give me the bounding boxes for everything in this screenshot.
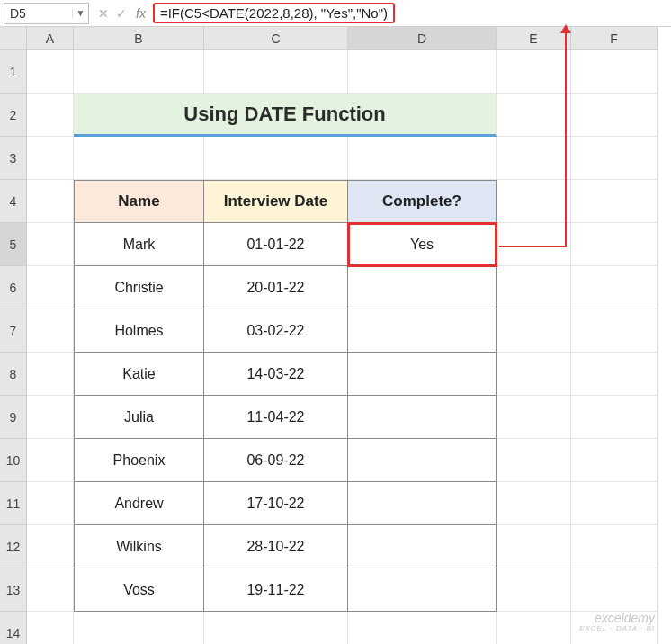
- cell-C5[interactable]: 01-01-22: [204, 223, 348, 266]
- cell-A2[interactable]: [27, 94, 74, 137]
- cell-D14[interactable]: [348, 612, 497, 644]
- col-header-B[interactable]: B: [74, 27, 204, 50]
- cell-D1[interactable]: [348, 50, 497, 94]
- cell-C9[interactable]: 11-04-22: [204, 396, 348, 439]
- cell-C1[interactable]: [204, 50, 348, 94]
- select-all-corner[interactable]: [0, 27, 27, 50]
- row-header-13[interactable]: 13: [0, 568, 27, 612]
- cell-D7[interactable]: [348, 309, 497, 353]
- row-header-4[interactable]: 4: [0, 180, 27, 223]
- cell-F13[interactable]: [571, 568, 658, 612]
- title-cell[interactable]: Using DATE Function: [74, 94, 497, 137]
- cell-B12[interactable]: Wilkins: [74, 525, 204, 568]
- cell-B13[interactable]: Voss: [74, 568, 204, 612]
- cell-A7[interactable]: [27, 309, 74, 353]
- cell-F1[interactable]: [571, 50, 658, 94]
- row-header-10[interactable]: 10: [0, 439, 27, 482]
- cell-E1[interactable]: [497, 50, 571, 94]
- col-header-F[interactable]: F: [571, 27, 658, 50]
- cell-B9[interactable]: Julia: [74, 396, 204, 439]
- cell-E11[interactable]: [497, 482, 571, 525]
- cell-D8[interactable]: [348, 353, 497, 396]
- cell-E5[interactable]: [497, 223, 571, 266]
- cell-B3[interactable]: [74, 137, 204, 180]
- table-header-name[interactable]: Name: [74, 180, 204, 223]
- cell-B10[interactable]: Phoenix: [74, 439, 204, 482]
- row-header-3[interactable]: 3: [0, 137, 27, 180]
- cell-D3[interactable]: [348, 137, 497, 180]
- table-header-date[interactable]: Interview Date: [204, 180, 348, 223]
- cell-C12[interactable]: 28-10-22: [204, 525, 348, 568]
- cell-F12[interactable]: [571, 525, 658, 568]
- cell-F11[interactable]: [571, 482, 658, 525]
- cell-D6[interactable]: [348, 266, 497, 309]
- row-header-1[interactable]: 1: [0, 50, 27, 94]
- cell-D11[interactable]: [348, 482, 497, 525]
- cell-A13[interactable]: [27, 568, 74, 612]
- cell-D10[interactable]: [348, 439, 497, 482]
- cell-E8[interactable]: [497, 353, 571, 396]
- cell-A10[interactable]: [27, 439, 74, 482]
- cell-C6[interactable]: 20-01-22: [204, 266, 348, 309]
- cell-B1[interactable]: [74, 50, 204, 94]
- cell-E7[interactable]: [497, 309, 571, 353]
- formula-input[interactable]: =IF(C5<DATE(2022,8,28), "Yes","No"): [153, 3, 671, 23]
- cell-A6[interactable]: [27, 266, 74, 309]
- cell-C13[interactable]: 19-11-22: [204, 568, 348, 612]
- cancel-icon[interactable]: ✕: [98, 6, 109, 21]
- cell-A1[interactable]: [27, 50, 74, 94]
- cell-C8[interactable]: 14-03-22: [204, 353, 348, 396]
- row-header-9[interactable]: 9: [0, 396, 27, 439]
- cell-A8[interactable]: [27, 353, 74, 396]
- cell-C11[interactable]: 17-10-22: [204, 482, 348, 525]
- cell-F5[interactable]: [571, 223, 658, 266]
- cell-A12[interactable]: [27, 525, 74, 568]
- cell-A5[interactable]: [27, 223, 74, 266]
- cell-E9[interactable]: [497, 396, 571, 439]
- cell-A14[interactable]: [27, 612, 74, 644]
- row-header-7[interactable]: 7: [0, 309, 27, 353]
- row-header-6[interactable]: 6: [0, 266, 27, 309]
- name-box[interactable]: D5 ▼: [4, 3, 89, 24]
- cell-B7[interactable]: Holmes: [74, 309, 204, 353]
- cell-E3[interactable]: [497, 137, 571, 180]
- cell-A3[interactable]: [27, 137, 74, 180]
- cell-E10[interactable]: [497, 439, 571, 482]
- confirm-icon[interactable]: ✓: [116, 6, 127, 21]
- cell-A9[interactable]: [27, 396, 74, 439]
- cell-D5[interactable]: Yes: [348, 223, 497, 266]
- cell-E12[interactable]: [497, 525, 571, 568]
- cell-B11[interactable]: Andrew: [74, 482, 204, 525]
- cell-F10[interactable]: [571, 439, 658, 482]
- cell-F8[interactable]: [571, 353, 658, 396]
- cell-D13[interactable]: [348, 568, 497, 612]
- cell-E2[interactable]: [497, 94, 571, 137]
- cell-E13[interactable]: [497, 568, 571, 612]
- cell-B6[interactable]: Christie: [74, 266, 204, 309]
- cell-E4[interactable]: [497, 180, 571, 223]
- cell-E14[interactable]: [497, 612, 571, 644]
- spreadsheet-grid[interactable]: A B C D E F 1 2 Using DATE Function 3 4 …: [0, 27, 671, 644]
- cell-F4[interactable]: [571, 180, 658, 223]
- cell-F6[interactable]: [571, 266, 658, 309]
- cell-A11[interactable]: [27, 482, 74, 525]
- cell-F3[interactable]: [571, 137, 658, 180]
- cell-C10[interactable]: 06-09-22: [204, 439, 348, 482]
- cell-D12[interactable]: [348, 525, 497, 568]
- cell-C7[interactable]: 03-02-22: [204, 309, 348, 353]
- name-box-dropdown-icon[interactable]: ▼: [72, 8, 88, 18]
- cell-D9[interactable]: [348, 396, 497, 439]
- cell-B14[interactable]: [74, 612, 204, 644]
- table-header-complete[interactable]: Complete?: [348, 180, 497, 223]
- col-header-A[interactable]: A: [27, 27, 74, 50]
- cell-F9[interactable]: [571, 396, 658, 439]
- row-header-14[interactable]: 14: [0, 612, 27, 644]
- cell-E6[interactable]: [497, 266, 571, 309]
- cell-B8[interactable]: Katie: [74, 353, 204, 396]
- row-header-12[interactable]: 12: [0, 525, 27, 568]
- cell-C3[interactable]: [204, 137, 348, 180]
- row-header-8[interactable]: 8: [0, 353, 27, 396]
- col-header-D[interactable]: D: [348, 27, 497, 50]
- cell-A4[interactable]: [27, 180, 74, 223]
- cell-B5[interactable]: Mark: [74, 223, 204, 266]
